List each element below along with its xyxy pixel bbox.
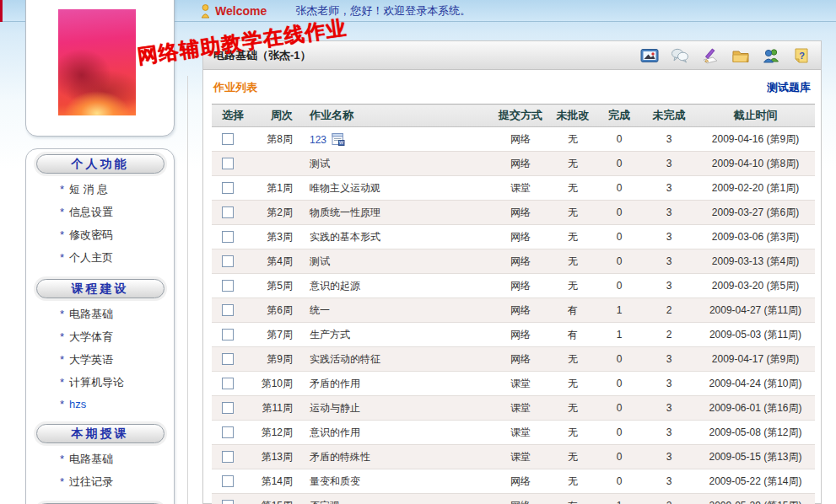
cell-select [212,323,245,347]
sidebar-item[interactable]: *个人主页 [60,250,174,265]
sidebar-item-label: hzs [69,398,86,410]
sidebar-item[interactable]: *短 消 息 [60,182,174,197]
homework-name: 统一 [310,304,330,316]
cell-done-count: 0 [596,445,642,469]
sidebar-item[interactable]: *hzs [60,398,174,410]
column-header: 周次 [245,105,296,127]
row-checkbox[interactable] [222,378,234,389]
homework-name-link[interactable]: 123 [310,134,326,146]
bullet-asterisk: * [60,330,64,343]
row-checkbox[interactable] [222,255,234,267]
cell-done-count: 0 [596,201,642,225]
cell-select [212,176,245,201]
cell-ungraded: 无 [549,127,596,152]
cell-undone-count: 3 [642,201,696,225]
cell-ungraded: 无 [549,469,596,494]
homework-name: 生产方式 [310,329,350,340]
cell-select [212,201,245,225]
sidebar-section-list: *电路基础*过往记录 [60,452,174,490]
row-checkbox[interactable] [222,402,234,414]
row-checkbox[interactable] [222,353,234,365]
bullet-asterisk: * [60,398,64,410]
cell-week: 第12周 [245,421,296,445]
row-checkbox[interactable] [222,280,234,292]
column-header: 完成 [596,105,642,127]
row-checkbox[interactable] [222,304,234,316]
cell-undone-count: 3 [642,421,696,445]
sidebar-item[interactable]: *大学体育 [60,330,174,345]
row-checkbox[interactable] [222,451,234,463]
row-checkbox[interactable] [222,500,234,504]
cell-deadline: 2009-04-16 (第9周) [696,127,815,152]
question-bank-link[interactable]: 测试题库 [767,80,811,95]
profile-photo [58,9,136,115]
cell-deadline: 2009-04-17 (第9周) [696,347,815,372]
row-checkbox[interactable] [222,475,234,487]
sidebar-item-label: 电路基础 [69,308,113,320]
row-checkbox[interactable] [222,231,234,243]
sidebar-item[interactable]: *过往记录 [60,475,174,490]
cell-method: 网络 [492,225,549,249]
sidebar-item-label: 大学体育 [69,330,113,343]
sidebar-item[interactable]: *电路基础 [60,307,174,322]
cell-ungraded: 有 [549,494,596,504]
bullet-asterisk: * [60,206,64,218]
table-row: 第11周运动与静止课堂无032009-06-01 (第16周) [212,396,815,421]
photo-icon[interactable] [640,47,659,64]
cell-homework-name: 实践的基本形式 [296,225,492,249]
cell-homework-name: 矛盾的作用 [296,372,492,396]
cell-undone-count: 3 [642,176,696,201]
edit-icon[interactable] [701,47,720,64]
cell-ungraded: 有 [549,298,596,323]
cell-select [212,274,245,298]
sidebar-item[interactable]: *计算机导论 [60,375,174,390]
cell-done-count: 0 [596,274,642,298]
help-icon[interactable]: ? [792,47,811,64]
cell-method: 网络 [492,127,549,152]
cell-homework-name: 实践活动的特征 [296,347,492,372]
cell-homework-name: 矛盾的特殊性 [296,445,492,469]
cell-week [245,152,296,176]
cell-deadline: 2009-03-13 (第4周) [696,249,815,274]
cell-undone-count: 3 [642,127,696,152]
bullet-asterisk: * [60,453,64,465]
cell-deadline: 2009-03-06 (第3周) [696,225,815,249]
cell-ungraded: 无 [549,372,596,396]
chat-icon[interactable] [671,47,689,64]
cell-deadline: 2009-05-15 (第13周) [696,445,815,469]
row-checkbox[interactable] [222,329,234,340]
row-checkbox[interactable] [222,206,234,218]
word-doc-icon[interactable]: W [332,132,345,146]
row-checkbox[interactable] [222,133,234,145]
table-header: 选择周次作业名称提交方式未批改完成未完成截止时间 [212,105,815,127]
sidebar-item[interactable]: *大学英语 [60,352,174,367]
bullet-asterisk: * [60,183,64,196]
column-header: 作业名称 [296,105,492,127]
row-checkbox[interactable] [222,182,234,194]
bullet-asterisk: * [60,376,64,389]
cell-week: 第14周 [245,469,296,494]
cell-select [212,372,245,396]
cell-deadline: 2009-05-03 (第11周) [696,323,815,347]
cell-undone-count: 3 [642,249,696,274]
cell-select [212,298,245,323]
sidebar-item[interactable]: *信息设置 [60,205,174,220]
homework-name: 矛盾的作用 [310,378,360,389]
cell-week: 第7周 [245,323,296,347]
cell-method: 网络 [492,347,549,372]
sidebar-section-title: 个人功能 [36,154,165,174]
row-checkbox[interactable] [222,158,234,169]
cell-homework-name: 123W [296,127,492,152]
page: Welcome 张杰老师，您好！欢迎登录本系统。 网络辅助教学在线作业 个人功能… [0,0,836,504]
cell-done-count: 0 [596,469,642,494]
users-icon[interactable] [762,47,780,64]
sidebar-item[interactable]: *修改密码 [60,228,174,243]
table-row: 第9周实践活动的特征网络无032009-04-17 (第9周) [212,347,815,372]
cell-done-count: 0 [596,421,642,445]
row-checkbox[interactable] [222,426,234,438]
cell-homework-name: 测试 [296,152,492,176]
column-header: 截止时间 [696,105,815,127]
homework-name: 矛盾的特殊性 [310,451,370,463]
folder-icon[interactable] [731,47,750,64]
sidebar-item[interactable]: *电路基础 [60,452,174,467]
